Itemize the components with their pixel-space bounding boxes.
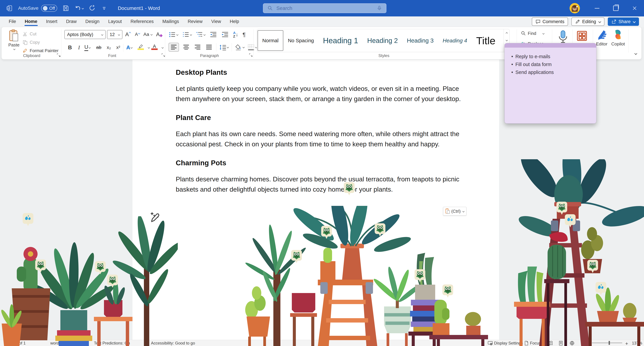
- style-heading4[interactable]: Heading 4: [438, 31, 472, 50]
- tab-view[interactable]: View: [207, 16, 226, 27]
- display-settings-button[interactable]: Display Settings: [488, 341, 523, 346]
- font-color-button[interactable]: A: [150, 42, 158, 51]
- minimize-button[interactable]: [588, 0, 606, 16]
- close-button[interactable]: [625, 0, 644, 16]
- add-ins-button[interactable]: [576, 30, 588, 41]
- zoom-out-button[interactable]: −: [585, 341, 588, 346]
- save-icon[interactable]: [62, 5, 69, 12]
- style-title[interactable]: Title: [472, 31, 500, 50]
- multilevel-list-button[interactable]: [196, 31, 205, 37]
- editor-button[interactable]: Editor: [596, 29, 608, 47]
- zoom-level[interactable]: 137%: [632, 341, 642, 346]
- copy-button[interactable]: Copy: [23, 40, 40, 45]
- paste-button[interactable]: Paste: [6, 29, 22, 50]
- clear-formatting-button[interactable]: A: [155, 30, 163, 39]
- shading-bucket-icon: [235, 44, 242, 51]
- microphone-icon[interactable]: [377, 5, 382, 11]
- styles-scroll-up[interactable]: [504, 29, 510, 37]
- tab-insert[interactable]: Insert: [42, 16, 62, 27]
- paste-options-label: (Ctrl): [451, 209, 461, 214]
- sticky-note-header[interactable]: [505, 43, 596, 48]
- clipboard-dialog-launcher-icon[interactable]: [56, 53, 61, 57]
- style-heading1[interactable]: Heading 1: [319, 31, 362, 50]
- change-case-button[interactable]: Aa: [144, 30, 152, 39]
- zoom-slider-handle[interactable]: [608, 341, 610, 345]
- justify-button[interactable]: [205, 43, 213, 51]
- paragraph-group-label: Paragraph: [189, 53, 230, 58]
- doc-paragraph: Plants deserve charming homes. Discover …: [176, 174, 465, 194]
- share-button[interactable]: Share: [608, 17, 639, 26]
- bold-button[interactable]: B: [66, 43, 74, 52]
- format-painter-button[interactable]: Format Painter: [23, 48, 58, 53]
- search-box[interactable]: Search: [263, 3, 386, 13]
- text-predictions-indicator[interactable]: Text Predictions: On: [94, 341, 130, 346]
- dictate-button[interactable]: [558, 30, 568, 44]
- align-center-button[interactable]: [182, 43, 190, 51]
- font-name-combo[interactable]: Aptos (Body): [64, 30, 106, 39]
- increase-indent-icon[interactable]: [221, 31, 229, 37]
- strikethrough-button[interactable]: ab: [95, 43, 103, 52]
- focus-button[interactable]: Focus: [524, 341, 541, 346]
- styles-gallery: Normal No Spacing Heading 1 Heading 2 He…: [257, 29, 510, 52]
- accessibility-indicator[interactable]: Accessibility: Good to go: [151, 341, 195, 346]
- underline-button[interactable]: U: [83, 43, 92, 52]
- pencil-icon: [575, 19, 580, 24]
- tab-layout[interactable]: Layout: [104, 16, 126, 27]
- read-mode-button[interactable]: [547, 341, 553, 346]
- superscript-button[interactable]: x²: [114, 43, 122, 52]
- autosave-toggle[interactable]: Off: [41, 5, 57, 12]
- tab-file[interactable]: File: [4, 16, 20, 27]
- subscript-button[interactable]: x₂: [105, 43, 113, 52]
- comments-button[interactable]: Comments: [532, 17, 568, 26]
- style-heading2[interactable]: Heading 2: [363, 31, 402, 50]
- tab-references[interactable]: References: [126, 16, 158, 27]
- tab-review[interactable]: Review: [183, 16, 207, 27]
- shrink-font-button[interactable]: A: [133, 30, 142, 39]
- document-page[interactable]: Desktop Plants Let plants quietly keep y…: [132, 60, 499, 346]
- line-spacing-button[interactable]: [219, 44, 228, 50]
- collapse-ribbon-icon[interactable]: [634, 52, 637, 55]
- tab-design[interactable]: Design: [81, 16, 104, 27]
- style-heading3[interactable]: Heading 3: [402, 31, 438, 50]
- doc-paragraph: Let plants quietly keep you company whil…: [176, 83, 465, 104]
- align-left-button[interactable]: [168, 43, 179, 52]
- find-button[interactable]: Find: [521, 31, 544, 36]
- decrease-indent-icon[interactable]: [210, 31, 217, 37]
- page-indicator[interactable]: Page 1 of 1: [5, 341, 26, 346]
- editing-mode-button[interactable]: Editing: [572, 17, 604, 26]
- tab-draw[interactable]: Draw: [62, 16, 81, 27]
- quick-access-customize-icon[interactable]: [100, 5, 108, 12]
- align-right-button[interactable]: [193, 43, 202, 51]
- highlight-button[interactable]: [137, 42, 145, 51]
- copilot-button[interactable]: Copilot: [611, 29, 625, 47]
- print-layout-button[interactable]: [558, 341, 563, 346]
- font-size-combo[interactable]: 12: [107, 30, 122, 39]
- tab-mailings[interactable]: Mailings: [158, 16, 183, 27]
- grow-font-button[interactable]: A: [124, 30, 132, 39]
- avatar[interactable]: [570, 3, 580, 13]
- style-normal[interactable]: Normal: [258, 30, 283, 51]
- paragraph-dialog-launcher-icon[interactable]: [249, 53, 253, 57]
- paste-options-button[interactable]: (Ctrl): [443, 207, 466, 216]
- tab-help[interactable]: Help: [226, 16, 244, 27]
- style-no-spacing[interactable]: No Spacing: [284, 31, 318, 50]
- zoom-slider[interactable]: [592, 343, 622, 343]
- italic-button[interactable]: I: [75, 43, 83, 52]
- web-layout-button[interactable]: [570, 341, 574, 346]
- shading-button[interactable]: [235, 44, 244, 51]
- sort-button[interactable]: AZ ↓: [233, 31, 238, 38]
- show-hide-pilcrow-button[interactable]: ¶: [242, 31, 246, 38]
- zoom-in-button[interactable]: +: [625, 341, 628, 346]
- autosave-control[interactable]: AutoSave Off: [18, 5, 57, 12]
- cut-button[interactable]: Cut: [23, 31, 36, 36]
- restore-button[interactable]: [606, 0, 625, 16]
- tab-home[interactable]: Home: [20, 16, 42, 27]
- sticky-note-window[interactable]: •Reply to e-mails •Fill out data form •S…: [504, 43, 596, 124]
- text-effects-button[interactable]: A: [125, 43, 133, 52]
- borders-button[interactable]: [247, 44, 257, 51]
- undo-button[interactable]: [74, 5, 84, 12]
- redo-icon[interactable]: [88, 5, 96, 12]
- numbering-button[interactable]: [182, 31, 192, 37]
- word-count[interactable]: words: [50, 341, 61, 346]
- bullets-button[interactable]: [169, 31, 178, 37]
